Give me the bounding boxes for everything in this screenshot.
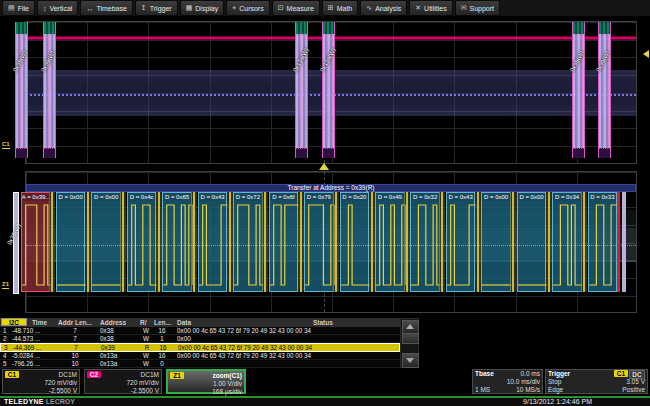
decode-table-row[interactable]: 3-44.369 ...70x39R160x00 00 4c 65 43 72 … <box>0 343 400 351</box>
z1-descriptor[interactable]: Z1 zoom(C1) 1.00 V/div 168 µs/div <box>166 369 246 394</box>
menu-display-button[interactable]: ▦Display <box>180 0 225 16</box>
menu-label: Measure <box>287 5 314 12</box>
sda-waveform <box>518 193 548 293</box>
cell-address: 0x38 <box>100 335 138 343</box>
burst-foot <box>323 148 334 158</box>
cell-address: 0x13a <box>100 352 138 360</box>
z1-scale: 1.00 V/div <box>170 380 242 388</box>
menu-utilities-button[interactable]: ✕Utilities <box>409 0 452 16</box>
zoom-waveform-grid[interactable]: Transfer at Address = 0x39(R) A = 0x39..… <box>0 171 650 318</box>
support-bubble-icon: ✉ <box>461 4 467 12</box>
burst-label: 0x39(W) <box>40 50 56 73</box>
decode-table-row[interactable]: 2-44.573 ...70x38W10x00 <box>0 335 400 343</box>
decode-table-row[interactable]: 5-796.26 ...100x13aW0 <box>0 360 400 368</box>
column-header[interactable]: Status <box>313 318 333 327</box>
i2c-burst: 0x13a(W) <box>322 22 335 158</box>
data-decode-box: D = 0x4c <box>127 192 157 292</box>
c2-tag: C2 <box>87 371 101 378</box>
trigger-mode: Stop <box>548 378 561 386</box>
scroll-up-button[interactable] <box>402 320 419 334</box>
menu-support-button[interactable]: ✉Support <box>455 0 500 16</box>
burst-cap <box>599 22 610 34</box>
oscilloscope-screen: ▤File↕Vertical↔Timebase↥Trigger▦Display⌖… <box>0 0 650 406</box>
sda-waveform <box>447 193 477 293</box>
menu-measure-button[interactable]: ⊡Measure <box>272 0 320 16</box>
menu-timebase-button[interactable]: ↔Timebase <box>80 0 132 16</box>
decode-table-row[interactable]: 4-5.0284 ...100x13aW160x00 00 4c 65 43 7… <box>0 352 400 360</box>
menu-math-button[interactable]: ⊞Math <box>322 0 358 16</box>
cell-num: 4 <box>3 352 11 360</box>
cell-time: -796.26 ... <box>12 360 56 368</box>
i2c-burst: 0x38(W) <box>15 22 28 158</box>
display-grid-icon: ▦ <box>186 4 193 12</box>
i2c-burst: 0x39(W) <box>598 22 611 158</box>
column-header[interactable]: Data <box>177 318 191 327</box>
menu-analysis-button[interactable]: ∿Analysis <box>360 0 407 16</box>
sda-waveform <box>376 193 406 293</box>
menu-vertical-button[interactable]: ↕Vertical <box>37 0 78 16</box>
c2-coupling: DC1M <box>141 371 159 379</box>
cell-len: 16 <box>152 352 172 360</box>
cell-len: 0 <box>152 360 172 368</box>
column-header[interactable]: R/ <box>140 318 147 327</box>
cell-data: 0x00 00 4c 65 43 72 6f 79 20 49 32 43 00… <box>177 327 311 335</box>
c1-descriptor[interactable]: C1 DC1M 720 mV/div -2.5500 V <box>2 369 80 394</box>
i2c-burst: 0x13a(W) <box>295 22 308 158</box>
trigger-source-tag: C1 <box>614 370 628 377</box>
cell-time: -44.573 ... <box>12 335 56 343</box>
data-decode-box: D = 0x33 <box>588 192 618 292</box>
data-decode-box: D = 0x00 <box>56 192 86 292</box>
main-waveform-grid[interactable]: 0x38(W)0x39(W)0x13a(W)0x13a(W)0x38(W)0x3… <box>0 20 650 170</box>
menu-cursors-button[interactable]: ⌖Cursors <box>226 0 269 16</box>
decode-banner: Transfer at Address = 0x39(R) <box>26 184 636 192</box>
menu-label: Utilities <box>424 5 447 12</box>
menu-file-button[interactable]: ▤File <box>2 0 35 16</box>
cell-addr_len: 7 <box>58 327 92 335</box>
scroll-down-button[interactable] <box>402 353 419 368</box>
menu-bar: ▤File↕Vertical↔Timebase↥Trigger▦Display⌖… <box>0 0 650 18</box>
ack-pulse <box>51 192 53 292</box>
column-header[interactable]: Time <box>32 318 47 327</box>
decode-table-row[interactable]: 1-48.710 ...70x38W160x00 00 4c 65 43 72 … <box>0 327 400 335</box>
trigger-label: Trigger <box>548 370 570 378</box>
cell-len: 1 <box>152 335 172 343</box>
ack-pulse <box>548 192 550 292</box>
menu-label: Display <box>195 5 218 12</box>
menu-label: Vertical <box>49 5 72 12</box>
sda-waveform <box>22 193 52 293</box>
c2-descriptor[interactable]: C2 DC1M 720 mV/div -2.5500 V <box>84 369 162 394</box>
trigger-level-marker-icon[interactable] <box>643 50 649 58</box>
file-icon: ▤ <box>8 4 15 12</box>
sda-waveform <box>270 193 300 293</box>
burst-label: 0x38(W) <box>12 50 28 73</box>
timebase-descriptor[interactable]: Tbase 0.0 ms 10.0 ms/div 1 MS 10 MS/s <box>472 369 543 394</box>
c1-scale: 720 mV/div <box>5 379 77 387</box>
vertical-arrows-icon: ↕ <box>43 5 47 12</box>
ack-pulse <box>406 192 408 292</box>
data-decode-box: D = 0x79 <box>304 192 334 292</box>
address-decode-box: A = 0x39.. <box>21 192 51 292</box>
scroll-thumb[interactable] <box>402 333 419 344</box>
sda-waveform <box>589 193 619 293</box>
menu-label: Math <box>337 5 353 12</box>
trigger-descriptor[interactable]: Trigger C1 DC Stop 3.05 V Edge Positive <box>545 369 648 394</box>
trigger-time-marker-icon[interactable] <box>319 163 329 170</box>
c2-offset: -2.5500 V <box>87 387 159 395</box>
menu-label: File <box>18 5 29 12</box>
burst-label: 0x13a(W) <box>319 47 337 73</box>
data-decode-box: D = 0x43 <box>198 192 228 292</box>
data-decode-box: D = 0x00 <box>91 192 121 292</box>
data-decode-box: D = 0x43 <box>446 192 476 292</box>
cell-address: 0x13a <box>100 360 138 368</box>
brand-logo: TELEDYNE LECROY <box>4 398 75 406</box>
ack-pulse <box>512 192 514 292</box>
ack-pulse <box>300 192 302 292</box>
trigger-edge-icon: ↥ <box>141 4 147 12</box>
dotted-level-line <box>26 245 636 246</box>
table-scrollbar[interactable] <box>400 318 419 368</box>
column-header[interactable]: Address <box>100 318 126 327</box>
measure-icon: ⊡ <box>278 4 284 12</box>
menu-trigger-button[interactable]: ↥Trigger <box>135 0 178 16</box>
column-header[interactable]: Len... <box>154 318 171 327</box>
column-header[interactable]: Addr Len... <box>58 318 92 327</box>
